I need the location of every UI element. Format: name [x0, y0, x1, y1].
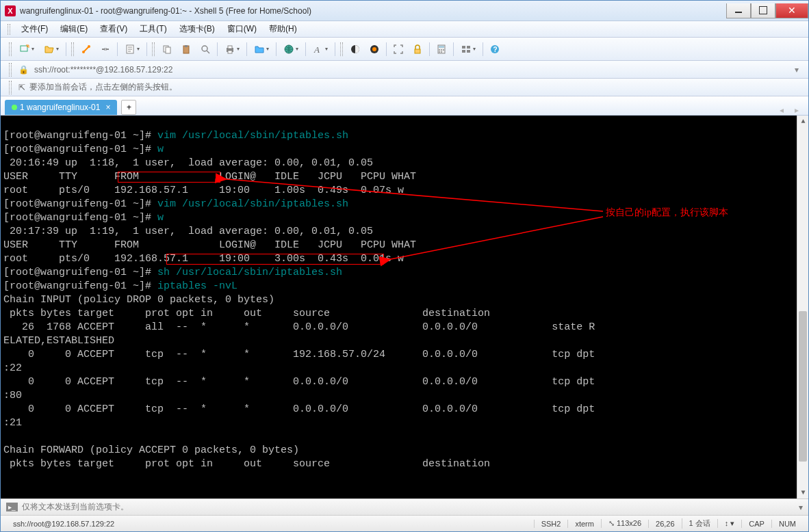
- scroll-thumb[interactable]: [799, 311, 807, 462]
- terminal-output: [3, 431, 10, 442]
- disconnect-button[interactable]: [96, 40, 115, 58]
- tab-label: 1 wangruifenglinux-01: [20, 103, 100, 112]
- minimize-button[interactable]: [726, 3, 751, 18]
- tab-add-button[interactable]: +: [121, 100, 136, 115]
- tab-bar: 1 wangruifenglinux-01 × + ◂ ▸: [1, 96, 808, 116]
- toolbar: A ?: [1, 38, 808, 61]
- terminal-output: root pts/0 192.168.57.1 19:00 1.00s 0.49…: [3, 185, 404, 196]
- svg-rect-8: [185, 45, 188, 47]
- view-mode-button[interactable]: [456, 40, 480, 58]
- terminal[interactable]: [root@wangruifeng-01 ~]# vim /usr/local/…: [1, 116, 808, 498]
- titlebar: X wangruifenglinux-01 - root@wangruifeng…: [1, 1, 808, 21]
- new-session-button[interactable]: [14, 40, 39, 58]
- print-button[interactable]: [220, 40, 244, 58]
- tab-nav-prev-icon[interactable]: ◂: [774, 105, 789, 115]
- terminal-cmd: w: [157, 212, 164, 224]
- svg-point-3: [88, 45, 90, 48]
- connected-icon: [12, 105, 17, 110]
- grip-handle[interactable]: [152, 42, 155, 56]
- xftp-button[interactable]: [249, 40, 274, 58]
- properties-button[interactable]: [120, 40, 144, 58]
- svg-point-17: [372, 47, 376, 51]
- sync-icon: ↕: [725, 519, 729, 527]
- menu-help[interactable]: 帮助(H): [264, 22, 303, 36]
- svg-rect-29: [467, 50, 470, 53]
- svg-rect-12: [228, 51, 232, 53]
- terminal-output: 0 0 ACCEPT tcp -- * * 0.0.0.0/0 0.0.0.0/…: [3, 376, 595, 401]
- svg-point-1: [27, 46, 28, 47]
- terminal-cmd: w: [157, 144, 164, 155]
- svg-rect-28: [462, 50, 465, 53]
- svg-rect-6: [166, 47, 170, 53]
- grip-handle[interactable]: [9, 42, 12, 56]
- tip-text: 要添加当前会话，点击左侧的箭头按钮。: [29, 81, 177, 93]
- scroll-up-icon[interactable]: ▲: [797, 116, 808, 127]
- status-sessions: 1 会话: [682, 518, 717, 529]
- terminal-output: 20:17:39 up 1:19, 1 user, load average: …: [3, 226, 373, 237]
- address-bar: 🔒 ▾: [1, 61, 808, 79]
- find-button[interactable]: [196, 40, 215, 58]
- address-input[interactable]: [33, 64, 791, 76]
- menu-file[interactable]: 文件(F): [16, 22, 53, 36]
- compose-placeholder[interactable]: 仅将文本发送到当前选项卡。: [22, 501, 795, 513]
- help-button[interactable]: ?: [485, 40, 504, 58]
- grip-handle[interactable]: [71, 42, 74, 56]
- svg-point-23: [443, 49, 444, 51]
- svg-point-2: [82, 51, 85, 53]
- svg-point-9: [202, 46, 207, 51]
- paste-button[interactable]: [177, 40, 196, 58]
- dropdown-icon[interactable]: ▾: [795, 65, 799, 75]
- svg-rect-18: [415, 49, 420, 53]
- terminal-scrollbar[interactable]: ▲ ▼: [797, 116, 808, 498]
- svg-text:A: A: [313, 44, 320, 55]
- svg-text:?: ?: [493, 46, 498, 53]
- status-num: NUM: [771, 520, 803, 528]
- color-scheme-button[interactable]: [346, 40, 365, 58]
- session-tab[interactable]: 1 wangruifenglinux-01 ×: [5, 100, 117, 115]
- svg-point-22: [441, 49, 442, 51]
- terminal-output: Chain FORWARD (policy ACCEPT 0 packets, …: [3, 444, 299, 456]
- compose-icon[interactable]: ▸_: [6, 503, 18, 511]
- terminal-output: 20:16:49 up 1:18, 1 user, load average: …: [3, 157, 373, 169]
- menu-edit[interactable]: 编辑(E): [55, 22, 93, 36]
- font-button[interactable]: A: [308, 40, 333, 58]
- fullscreen-button[interactable]: [389, 40, 408, 58]
- calc-button[interactable]: [432, 40, 451, 58]
- menu-optcard[interactable]: 选项卡(B): [174, 22, 220, 36]
- compose-bar: ▸_ 仅将文本发送到当前选项卡。 ▾: [1, 498, 808, 515]
- tab-nav-next-icon[interactable]: ▸: [789, 105, 804, 115]
- grip-handle[interactable]: [9, 81, 12, 94]
- menubar: 文件(F) 编辑(E) 查看(V) 工具(T) 选项卡(B) 窗口(W) 帮助(…: [1, 21, 808, 38]
- highlight-button[interactable]: [365, 40, 384, 58]
- terminal-cmd: iptables -nvL: [157, 280, 237, 292]
- grip-handle[interactable]: [340, 42, 343, 56]
- terminal-output: 0 0 ACCEPT tcp -- * * 192.168.57.0/24 0.…: [3, 349, 595, 374]
- menu-windows[interactable]: 窗口(W): [222, 22, 262, 36]
- web-button[interactable]: [279, 40, 303, 58]
- close-button[interactable]: ✕: [775, 3, 808, 18]
- scroll-down-icon[interactable]: ▼: [797, 487, 808, 498]
- maximize-button[interactable]: [751, 3, 775, 18]
- terminal-cmd: vim /usr/local/sbin/iptables.sh: [157, 198, 348, 210]
- tab-close-icon[interactable]: ×: [105, 103, 110, 112]
- reconnect-button[interactable]: [77, 40, 96, 58]
- svg-point-25: [441, 51, 442, 53]
- svg-rect-26: [462, 46, 465, 49]
- grip-handle[interactable]: [9, 63, 12, 77]
- status-connection: ssh://root@192.168.57.129:22: [6, 520, 121, 528]
- svg-point-21: [439, 49, 440, 51]
- terminal-output: USER TTY FROM LOGIN@ IDLE JCPU PCPU WHAT: [3, 171, 416, 183]
- terminal-output: USER TTY FROM LOGIN@ IDLE JCPU PCPU WHAT: [3, 239, 416, 251]
- open-button[interactable]: [39, 40, 64, 58]
- status-size: 113x26: [617, 519, 641, 527]
- menu-view[interactable]: 查看(V): [94, 22, 133, 36]
- status-protocol: SSH2: [534, 520, 568, 528]
- grip-handle[interactable]: [8, 24, 10, 35]
- status-term: xterm: [567, 520, 601, 528]
- lock-button[interactable]: [408, 40, 427, 58]
- menu-tools[interactable]: 工具(T): [134, 22, 172, 36]
- copy-button[interactable]: [157, 40, 177, 58]
- add-session-icon[interactable]: ⇱: [18, 83, 25, 92]
- compose-dropdown-icon[interactable]: ▾: [799, 503, 803, 512]
- terminal-output: 0 0 ACCEPT tcp -- * * 0.0.0.0/0 0.0.0.0/…: [3, 403, 595, 429]
